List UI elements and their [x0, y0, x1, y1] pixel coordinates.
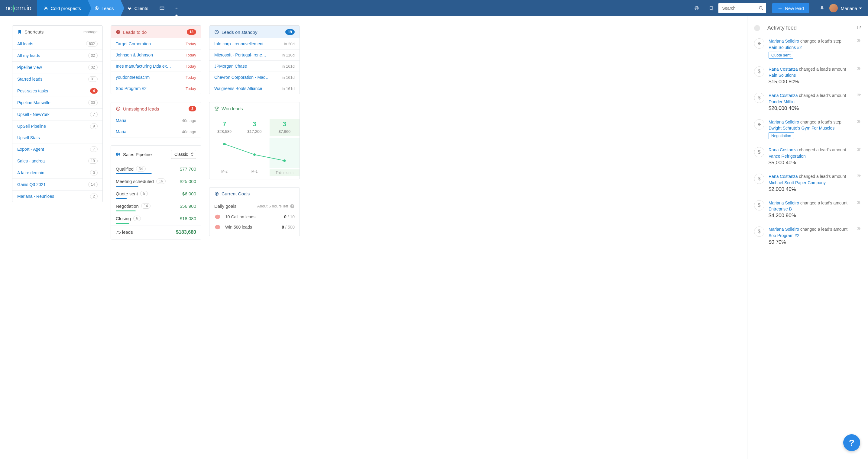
nav-bookmark-button[interactable]: [704, 0, 718, 16]
list-row[interactable]: Maria40d ago: [111, 115, 201, 126]
dollar-icon: $: [754, 93, 764, 103]
shortcut-row[interactable]: Post-sales tasks4: [12, 85, 102, 97]
shortcut-row[interactable]: All leads632: [12, 38, 102, 50]
pipeline-stage[interactable]: Closing6$18,080: [111, 212, 201, 223]
pipeline-stage[interactable]: Meeting scheduled16$25,000: [111, 175, 201, 186]
new-lead-button[interactable]: New lead: [772, 3, 809, 13]
activity-link[interactable]: Rain Solutions: [769, 73, 861, 77]
svg-point-20: [215, 215, 220, 219]
list-row[interactable]: youdontneedacrmToday: [111, 72, 201, 83]
shortcut-count: 632: [86, 41, 98, 46]
nav-clients[interactable]: Clients: [121, 0, 155, 16]
svg-point-1: [96, 7, 97, 9]
nav-goals-button[interactable]: [689, 0, 704, 16]
activity-item[interactable]: $Mariana Solleiro changed a lead's amoun…: [754, 227, 861, 245]
refresh-button[interactable]: [857, 25, 861, 31]
search-button[interactable]: [756, 3, 766, 13]
activity-link[interactable]: Entreprise B: [769, 206, 861, 211]
pipeline-stage[interactable]: Qualified34$77,700: [111, 163, 201, 173]
chevron-down-icon: [859, 7, 862, 9]
activity-user[interactable]: Rana Costanza: [769, 174, 798, 179]
activity-link[interactable]: Rain Solutions #2: [769, 45, 861, 50]
list-row[interactable]: Info corp - renouvellement …in 20d: [210, 38, 300, 49]
svg-point-13: [253, 154, 256, 156]
activity-link[interactable]: Michael Scott Paper Company: [769, 180, 861, 185]
list-row[interactable]: Walgreens Boots Alliancein 161d: [210, 83, 300, 94]
activity-user[interactable]: Mariana Solleiro: [769, 120, 799, 124]
list-row[interactable]: JPMorgan Chasein 161d: [210, 60, 300, 72]
list-row[interactable]: Maria40d ago: [111, 126, 201, 137]
shortcut-row[interactable]: Export - Agent7: [12, 143, 102, 155]
activity-item[interactable]: $Rana Costanza changed a lead's amount3h…: [754, 93, 861, 111]
shortcut-count: 0: [90, 170, 98, 175]
lead-label: JPMorgan Chase: [214, 64, 282, 69]
leads-standby-count: 19: [285, 29, 295, 35]
user-name: Mariana: [841, 6, 857, 11]
lead-when: in 161d: [282, 75, 295, 80]
won-num: 7: [210, 120, 239, 128]
shortcut-row[interactable]: Starred leads31: [12, 73, 102, 85]
shortcut-row[interactable]: Gains Q3 202114: [12, 178, 102, 190]
activity-item[interactable]: $Rana Costanza changed a lead's amount3h…: [754, 147, 861, 166]
dollar-icon: $: [754, 227, 764, 237]
activity-user[interactable]: Mariana Solleiro: [769, 227, 799, 232]
list-row[interactable]: Chevron Corporation - Mad…in 161d: [210, 72, 300, 83]
activity-user[interactable]: Rana Costanza: [769, 67, 798, 72]
user-menu[interactable]: Mariana: [829, 4, 868, 12]
activity-link[interactable]: Dunder Mifflin: [769, 99, 861, 104]
nav-cold-prospects[interactable]: Cold prospects: [37, 0, 88, 16]
activity-item[interactable]: $Rana Costanza changed a lead's amount3h…: [754, 174, 861, 192]
unassigned-card: Unassigned leads 2 Maria40d agoMaria40d …: [111, 102, 201, 137]
stage-name: Qualified: [116, 166, 133, 171]
list-row[interactable]: Microsoft - Portugal- rene…in 110d: [210, 49, 300, 60]
activity-item[interactable]: $Mariana Solleiro changed a lead's amoun…: [754, 200, 861, 219]
lead-when: in 20d: [284, 42, 295, 46]
activity-item[interactable]: Mariana Solleiro changed a lead's step3h…: [754, 38, 861, 59]
list-row[interactable]: Target CorporationToday: [111, 38, 201, 49]
activity-item[interactable]: $Rana Costanza changed a lead's amount3h…: [754, 66, 861, 85]
shortcut-row[interactable]: Pipeline Marseille30: [12, 97, 102, 108]
activity-user[interactable]: Mariana Solleiro: [769, 39, 799, 43]
shortcut-row[interactable]: All my leads32: [12, 50, 102, 61]
pipeline-stage[interactable]: Quote sent5$6,000: [111, 188, 201, 198]
pipeline-select[interactable]: Classic: [171, 150, 196, 159]
lead-label: Walgreens Boots Alliance: [214, 86, 282, 91]
list-row[interactable]: Soo Program #2Today: [111, 83, 201, 94]
shortcuts-manage-link[interactable]: manage: [84, 30, 98, 34]
shortcut-row[interactable]: A faire demain0: [12, 167, 102, 178]
activity-user[interactable]: Rana Costanza: [769, 147, 798, 152]
unassigned-count: 2: [189, 106, 196, 111]
nav-mail-button[interactable]: [155, 0, 169, 16]
activity-link[interactable]: Dwight Schrute's Gym For Muscles: [769, 126, 861, 130]
lead-label: Johnson & Johnson: [116, 53, 186, 57]
list-row[interactable]: Ines manufacturing Ltda ex…Today: [111, 60, 201, 72]
shortcut-row[interactable]: Upsell Stats: [12, 132, 102, 143]
nav-bell-button[interactable]: [815, 0, 829, 16]
leads-todo-card: Leads to do 13 Target CorporationTodayJo…: [111, 25, 201, 94]
shortcut-label: All my leads: [17, 53, 88, 58]
svg-rect-15: [270, 138, 300, 168]
shortcut-row[interactable]: UpSell Pipeline9: [12, 120, 102, 132]
mail-icon: [160, 6, 164, 10]
won-leads-card: Won leads 7$28,5893$17,2003$7,960: [209, 102, 300, 179]
stage-count: 34: [136, 166, 145, 171]
won-col: 7$28,589: [210, 119, 239, 136]
nav-more-button[interactable]: [169, 0, 184, 16]
nav-leads[interactable]: Leads: [88, 0, 121, 16]
svg-point-12: [223, 143, 226, 145]
shortcut-row[interactable]: Upsell - NewYork7: [12, 108, 102, 120]
shortcut-row[interactable]: Mariana - Reunioes2: [12, 190, 102, 202]
shortcut-row[interactable]: Pipeline view32: [12, 61, 102, 73]
activity-user[interactable]: Mariana Solleiro: [769, 200, 799, 205]
activity-user[interactable]: Rana Costanza: [769, 93, 798, 98]
activity-link[interactable]: Vance Refrigeration: [769, 154, 861, 159]
help-circle-icon[interactable]: ?: [290, 204, 295, 209]
shortcut-row[interactable]: Sales - andrea19: [12, 155, 102, 167]
activity-link[interactable]: Soo Program #2: [769, 233, 861, 238]
lead-when: Today: [186, 64, 196, 69]
list-row[interactable]: Johnson & JohnsonToday: [111, 49, 201, 60]
activity-item[interactable]: Mariana Solleiro changed a lead's step3h…: [754, 119, 861, 139]
help-button[interactable]: ?: [843, 434, 860, 451]
logo[interactable]: no|crm.io: [0, 4, 37, 12]
pipeline-stage[interactable]: Negotiation14$56,900: [111, 200, 201, 210]
